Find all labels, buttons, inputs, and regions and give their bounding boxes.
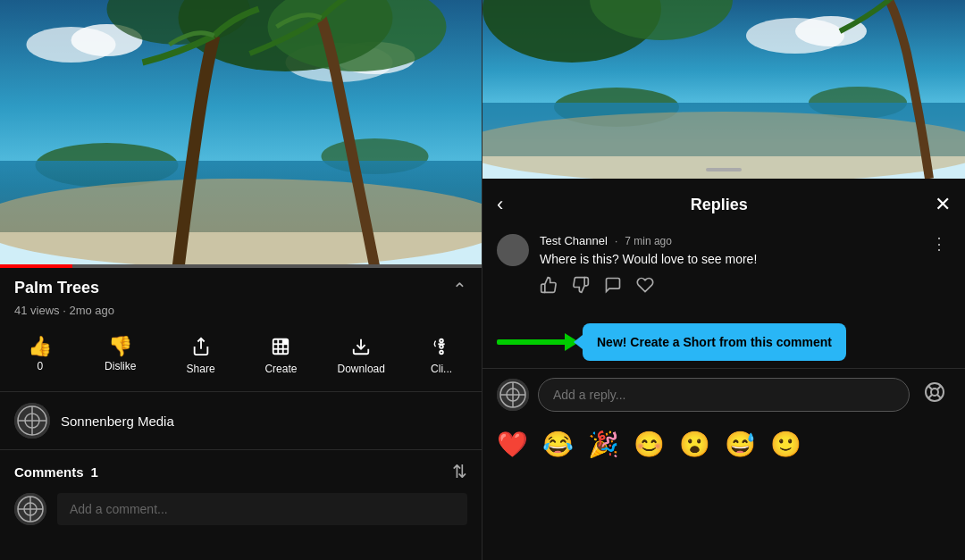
emoji-wow[interactable]: 😮 — [679, 430, 710, 459]
progress-bar-fill — [0, 264, 72, 268]
download-label: Download — [338, 363, 385, 375]
emoji-heart[interactable]: ❤️ — [497, 430, 528, 459]
emoji-smile[interactable]: 😊 — [634, 430, 665, 459]
dislike-label: Dislike — [105, 360, 136, 372]
create-label: Create — [264, 363, 297, 375]
svg-line-54 — [928, 395, 932, 398]
progress-bar-container — [0, 264, 482, 268]
comment-actions — [497, 276, 951, 298]
commenter-avatar-input — [14, 493, 46, 525]
share-label: Share — [187, 363, 215, 375]
channel-row[interactable]: Sonnenberg Media — [0, 392, 482, 450]
like-count: 0 — [38, 360, 44, 372]
comment-like-button[interactable] — [540, 276, 558, 298]
green-arrow — [497, 339, 568, 345]
reply-input[interactable] — [538, 378, 910, 412]
comment-item: Test Channel · 7 min ago Where is this? … — [482, 227, 965, 309]
add-comment-placeholder: Add a comment... — [70, 502, 168, 516]
video-info: Palm Trees ⌃ 41 views · 2mo ago — [0, 268, 482, 324]
add-comment-row: Add a comment... — [0, 489, 482, 539]
more-options-button[interactable]: Cli... — [401, 331, 482, 380]
comment-author-avatar — [497, 234, 529, 266]
svg-text:+: + — [285, 339, 288, 345]
svg-point-22 — [440, 339, 443, 343]
comment-reply-button[interactable] — [604, 276, 622, 298]
back-button[interactable]: ‹ — [497, 193, 503, 216]
video-meta: 41 views · 2mo ago — [14, 304, 467, 317]
tooltip-area: New! Create a Short from this comment — [482, 309, 965, 368]
video-thumbnail-left[interactable] — [0, 0, 482, 268]
comment-time: 7 min ago — [625, 235, 672, 247]
dislike-button[interactable]: 👎 Dislike — [80, 331, 161, 380]
svg-line-52 — [937, 395, 941, 398]
arrow-line — [497, 339, 568, 345]
chevron-up-icon[interactable]: ⌃ — [452, 279, 467, 300]
video-title: Palm Trees — [14, 279, 99, 297]
tooltip-text: New! Create a Short from this comment — [597, 335, 832, 349]
add-comment-input[interactable]: Add a comment... — [57, 493, 467, 525]
svg-line-53 — [937, 386, 941, 389]
close-button[interactable]: ✕ — [935, 193, 951, 216]
reply-input-row — [482, 368, 965, 421]
reply-send-button[interactable] — [919, 379, 951, 411]
like-button[interactable]: 👍 0 — [0, 331, 80, 380]
svg-line-51 — [928, 386, 932, 389]
dislike-icon: 👎 — [108, 337, 132, 356]
share-icon — [191, 337, 211, 359]
create-icon: + — [271, 337, 290, 359]
comment-dislike-button[interactable] — [572, 276, 590, 298]
comment-text: Where is this? Would love to see more! — [540, 251, 917, 269]
comments-label: Comments — [14, 464, 84, 480]
emoji-slight-smile[interactable]: 🙂 — [770, 430, 801, 459]
svg-point-23 — [440, 351, 443, 355]
comments-count: 1 — [91, 464, 98, 480]
clip-label: Cli... — [431, 363, 452, 375]
right-panel: ‹ Replies ✕ Test Channel · 7 min ago Whe… — [482, 0, 965, 560]
comment-more-button[interactable]: ⋮ — [927, 234, 951, 254]
comments-header: Comments 1 ⇅ — [0, 450, 482, 489]
download-button[interactable]: Download — [321, 331, 401, 380]
share-button[interactable]: Share — [161, 331, 241, 380]
channel-avatar — [14, 403, 50, 439]
replies-title: Replies — [691, 196, 748, 214]
comment-heart-button[interactable] — [636, 276, 654, 298]
emoji-sweat-smile[interactable]: 😅 — [725, 430, 756, 459]
svg-point-50 — [931, 389, 938, 396]
reply-avatar — [497, 379, 529, 411]
channel-name: Sonnenberg Media — [61, 414, 174, 429]
emoji-row: ❤️ 😂 🎉 😊 😮 😅 🙂 — [482, 421, 965, 468]
emoji-laugh[interactable]: 😂 — [542, 430, 574, 459]
left-panel: Palm Trees ⌃ 41 views · 2mo ago 👍 0 👎 Di… — [0, 0, 482, 560]
emoji-party[interactable]: 🎉 — [588, 430, 619, 459]
sort-icon[interactable]: ⇅ — [452, 461, 467, 482]
comment-separator: · — [615, 235, 617, 247]
clip-icon — [432, 337, 451, 359]
download-icon — [351, 337, 371, 359]
video-thumbnail-right[interactable] — [482, 0, 965, 179]
comment-content: Test Channel · 7 min ago Where is this? … — [540, 234, 917, 269]
tooltip-bubble: New! Create a Short from this comment — [583, 323, 846, 361]
like-icon: 👍 — [28, 337, 52, 356]
replies-header: ‹ Replies ✕ — [482, 179, 965, 227]
drag-handle — [706, 168, 742, 171]
svg-point-8 — [0, 179, 482, 268]
svg-point-21 — [440, 345, 443, 348]
action-buttons: 👍 0 👎 Dislike Share — [0, 324, 482, 392]
comment-author: Test Channel — [540, 234, 608, 247]
create-button[interactable]: + Create — [240, 331, 321, 380]
